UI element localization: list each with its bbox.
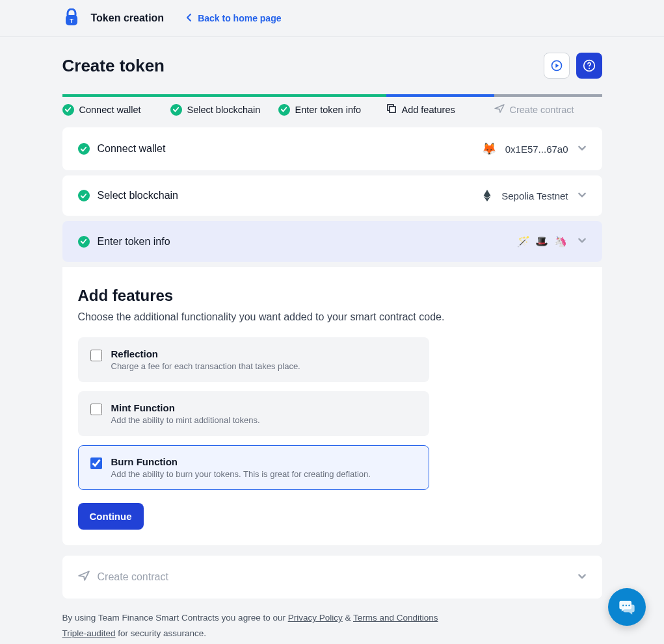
check-circle-icon [278, 104, 290, 116]
send-icon [494, 103, 505, 116]
ethereum-icon [483, 190, 492, 201]
page-title: Create token [62, 56, 165, 76]
back-to-home-link[interactable]: Back to home page [186, 13, 281, 23]
play-circle-icon [550, 59, 563, 72]
summary-connect-wallet[interactable]: Connect wallet 🦊 0x1E57...67a0 [62, 127, 602, 170]
svg-point-7 [622, 605, 624, 606]
step-label: Select blockchain [187, 105, 261, 115]
feature-mint-checkbox[interactable] [90, 404, 102, 415]
chevron-down-icon [578, 190, 587, 201]
feature-burn[interactable]: Burn Function Add the ability to burn yo… [78, 445, 429, 490]
audit-link[interactable]: Triple-audited [62, 628, 116, 638]
layers-icon [386, 103, 397, 116]
video-help-button[interactable] [544, 53, 570, 79]
chevron-left-icon [186, 13, 193, 23]
disclaimer-audit-suffix: for security assurance. [118, 628, 206, 638]
step-select-blockchain[interactable]: Select blockchain [170, 94, 278, 116]
app-logo-icon: T [62, 9, 81, 27]
summary-label: Create contract [98, 571, 168, 583]
step-create-contract[interactable]: Create contract [494, 94, 602, 116]
feature-title: Burn Function [111, 456, 371, 467]
check-circle-icon [78, 236, 90, 248]
check-circle-icon [170, 104, 182, 116]
step-enter-token-info[interactable]: Enter token info [278, 94, 386, 116]
disclaimer-and: & [345, 613, 353, 623]
chat-fab[interactable] [608, 588, 646, 626]
chevron-down-icon [578, 236, 587, 247]
disclaimer: By using Team Finance Smart Contracts yo… [62, 610, 602, 642]
chevron-down-icon [578, 144, 587, 155]
feature-reflection[interactable]: Reflection Charge a fee for each transac… [78, 337, 429, 382]
wallet-address: 0x1E57...67a0 [505, 144, 568, 155]
summary-label: Connect wallet [98, 143, 166, 155]
token-info-emojis: 🪄 🎩 🦄 [517, 235, 568, 248]
back-to-home-label: Back to home page [198, 13, 281, 23]
feature-burn-checkbox[interactable] [90, 457, 102, 469]
step-label: Enter token info [295, 105, 362, 115]
feature-desc: Add the ability to burn your tokens. Thi… [111, 469, 371, 479]
disclaimer-prefix: By using Team Finance Smart Contracts yo… [62, 613, 288, 623]
svg-point-4 [589, 68, 590, 69]
check-circle-icon [62, 104, 74, 116]
chevron-down-icon [578, 572, 587, 583]
features-heading: Add features [78, 287, 587, 305]
feature-mint[interactable]: Mint Function Add the ability to mint ad… [78, 391, 429, 436]
feature-reflection-checkbox[interactable] [90, 350, 102, 361]
feature-desc: Charge a fee for each transaction that t… [111, 361, 300, 371]
features-subheading: Choose the additional functionality you … [78, 311, 587, 323]
svg-rect-6 [390, 107, 395, 112]
step-connect-wallet[interactable]: Connect wallet [62, 94, 170, 116]
help-button[interactable] [576, 53, 602, 79]
summary-enter-token-info[interactable]: Enter token info 🪄 🎩 🦄 [62, 221, 602, 262]
summary-label: Select blockchain [98, 190, 179, 201]
svg-point-8 [626, 605, 627, 606]
summary-create-contract[interactable]: Create contract [62, 556, 602, 599]
add-features-panel: Add features Choose the additional funct… [62, 267, 602, 545]
progress-steps: Connect wallet Select blockchain Enter t… [62, 94, 602, 116]
feature-desc: Add the ability to mint additional token… [111, 415, 260, 425]
summary-select-blockchain[interactable]: Select blockchain Sepolia Testnet [62, 175, 602, 216]
svg-point-9 [628, 605, 630, 606]
blockchain-name: Sepolia Testnet [501, 190, 568, 201]
check-circle-icon [78, 143, 90, 155]
summary-label: Enter token info [98, 236, 170, 248]
feature-title: Mint Function [111, 402, 260, 413]
check-circle-icon [78, 190, 90, 201]
send-icon [78, 570, 90, 584]
step-label: Create contract [510, 105, 574, 115]
step-label: Connect wallet [79, 105, 141, 115]
app-title: Token creation [91, 12, 165, 24]
step-label: Add features [402, 105, 455, 115]
step-add-features[interactable]: Add features [386, 94, 494, 116]
question-circle-icon [583, 59, 596, 72]
terms-link[interactable]: Terms and Conditions [353, 613, 438, 623]
feature-title: Reflection [111, 348, 300, 359]
svg-text:T: T [70, 18, 73, 24]
privacy-policy-link[interactable]: Privacy Policy [288, 613, 343, 623]
metamask-icon: 🦊 [482, 142, 496, 156]
continue-button[interactable]: Continue [78, 503, 144, 530]
chat-icon [618, 598, 636, 616]
